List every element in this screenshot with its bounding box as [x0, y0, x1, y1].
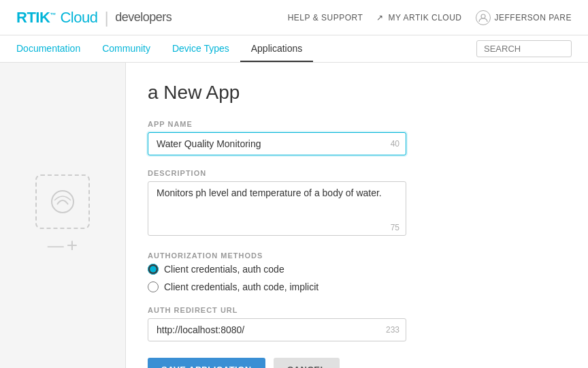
app-name-counter: 40	[391, 139, 399, 149]
header: RTIK™ Cloud | developers HELP & SUPPORT …	[0, 0, 588, 35]
nav-search	[476, 40, 572, 57]
nav-links: Documentation Community Device Types App…	[16, 35, 313, 62]
user-avatar	[476, 10, 491, 25]
logo-r: R	[16, 9, 27, 26]
sidebar-add-button[interactable]: — +	[48, 234, 78, 256]
auth-redirect-group: AUTH REDIRECT URL 233	[148, 306, 566, 341]
logo: RTIK™ Cloud | developers	[16, 8, 172, 27]
nav-item-community[interactable]: Community	[91, 35, 161, 62]
description-textarea[interactable]	[148, 181, 406, 236]
search-input[interactable]	[476, 40, 572, 57]
logo-divider: |	[104, 8, 108, 27]
nav-item-applications[interactable]: Applications	[240, 35, 314, 62]
svg-point-0	[481, 14, 485, 18]
sidebar: — +	[0, 63, 126, 368]
app-name-wrapper: 40	[148, 132, 406, 155]
button-group: SAVE APPLICATION CANCEL	[148, 358, 566, 368]
logo-artik: RTIK™ Cloud	[16, 9, 97, 27]
nav-item-documentation[interactable]: Documentation	[16, 35, 91, 62]
app-name-group: APP NAME 40	[148, 120, 566, 155]
radio-item-auth-code[interactable]: Client credentials, auth code	[148, 264, 566, 275]
radio-item-auth-code-implicit[interactable]: Client credentials, auth code, implicit	[148, 281, 566, 292]
description-group: DESCRIPTION 75	[148, 169, 566, 238]
radio-label-auth-code: Client credentials, auth code	[164, 264, 284, 275]
description-label: DESCRIPTION	[148, 169, 566, 177]
sidebar-app-icon	[35, 174, 90, 229]
sidebar-placeholder: — +	[35, 174, 90, 256]
external-icon: ↗	[376, 13, 384, 22]
user-menu[interactable]: JEFFERSON PARE	[476, 10, 572, 25]
logo-developers: developers	[115, 10, 172, 25]
auth-redirect-wrapper: 233	[148, 318, 406, 341]
svg-point-1	[52, 191, 74, 213]
save-application-button[interactable]: SAVE APPLICATION	[148, 358, 265, 368]
description-wrapper: 75	[148, 181, 406, 238]
auth-redirect-label: AUTH REDIRECT URL	[148, 306, 566, 314]
auth-methods-group: AUTHORIZATION METHODS Client credentials…	[148, 251, 566, 292]
radio-label-auth-code-implicit: Client credentials, auth code, implicit	[164, 281, 318, 292]
radio-auth-code-implicit[interactable]	[148, 281, 159, 292]
logo-cloud: Cloud	[60, 9, 97, 26]
user-name: JEFFERSON PARE	[495, 13, 572, 22]
header-right: HELP & SUPPORT ↗ MY ARTIK CLOUD JEFFERSO…	[288, 10, 572, 25]
auth-radio-group: Client credentials, auth code Client cre…	[148, 264, 566, 292]
auth-redirect-counter: 233	[386, 325, 399, 335]
nav: Documentation Community Device Types App…	[0, 35, 588, 63]
logo-tik: TIK	[27, 9, 50, 26]
plus-icon: +	[67, 234, 78, 256]
radio-auth-code[interactable]	[148, 264, 159, 275]
app-name-label: APP NAME	[148, 120, 566, 128]
my-artik-cloud-link[interactable]: ↗ MY ARTIK CLOUD	[376, 13, 461, 22]
main: — + a New App APP NAME 40 DESCRIPTION 75…	[0, 63, 588, 368]
cancel-button[interactable]: CANCEL	[274, 358, 340, 368]
dash-icon: —	[48, 236, 64, 255]
header-left: RTIK™ Cloud | developers	[16, 8, 172, 27]
description-counter: 75	[391, 223, 399, 232]
auth-redirect-input[interactable]	[148, 318, 406, 341]
nav-item-device-types[interactable]: Device Types	[161, 35, 240, 62]
app-name-input[interactable]	[148, 132, 406, 155]
auth-methods-label: AUTHORIZATION METHODS	[148, 251, 566, 260]
page-title: a New App	[148, 82, 566, 104]
content: a New App APP NAME 40 DESCRIPTION 75 AUT…	[126, 63, 588, 368]
help-support-link[interactable]: HELP & SUPPORT	[288, 13, 363, 22]
